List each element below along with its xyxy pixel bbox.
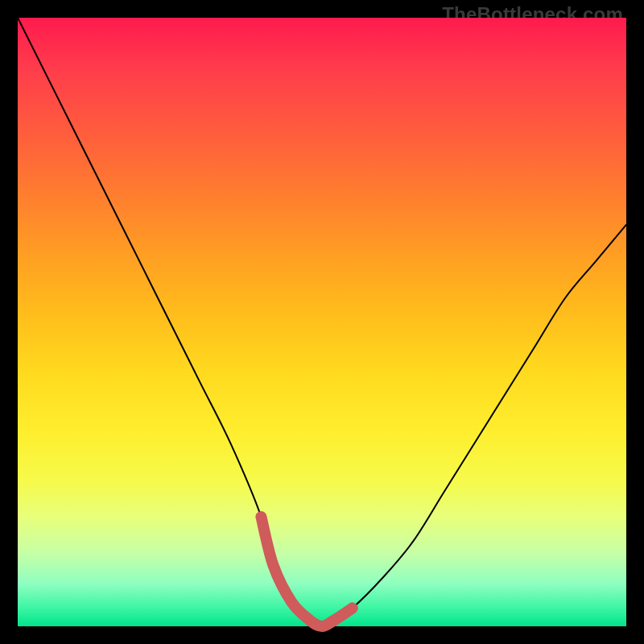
highlight-valley: [261, 517, 352, 626]
plot-area: [18, 18, 626, 626]
chart-frame: TheBottleneck.com: [0, 0, 644, 644]
chart-svg: [18, 18, 626, 626]
main-curve: [18, 18, 626, 626]
